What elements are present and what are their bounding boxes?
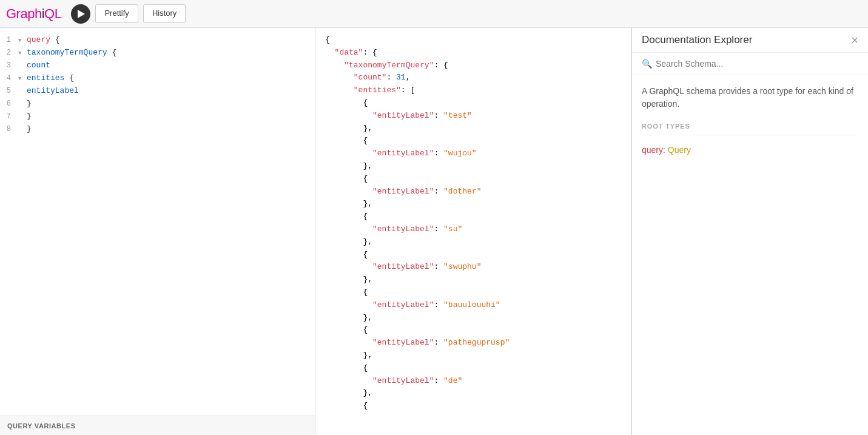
- editor-line: 5 entityLabel: [0, 85, 315, 98]
- app-logo: GraphiQL: [6, 6, 61, 22]
- line-number: 7: [0, 111, 18, 123]
- doc-search-input[interactable]: [656, 59, 858, 69]
- collapse-arrow[interactable]: ▼: [18, 36, 27, 45]
- editor-area[interactable]: 1▼query {2▼ taxonomyTermQuery {3 count4▼…: [0, 28, 315, 416]
- line-content: entities {: [27, 72, 308, 85]
- line-number: 5: [0, 86, 18, 97]
- query-variables-bar[interactable]: QUERY VARIABLES: [0, 416, 315, 435]
- token: {: [107, 48, 117, 57]
- doc-title: Documentation Explorer: [642, 34, 752, 46]
- logo-i: i: [42, 6, 44, 21]
- line-number: 6: [0, 98, 18, 110]
- editor-line: 6 }: [0, 98, 315, 110]
- code-editor[interactable]: 1▼query {2▼ taxonomyTermQuery {3 count4▼…: [0, 28, 315, 416]
- token: entityLabel: [27, 86, 79, 95]
- line-content: }: [27, 110, 308, 123]
- doc-type-key: query:: [642, 145, 665, 155]
- token: taxonomyTermQuery: [27, 48, 107, 57]
- doc-divider: [642, 135, 858, 135]
- main-area: 1▼query {2▼ taxonomyTermQuery {3 count4▼…: [0, 28, 868, 435]
- line-content: entityLabel: [27, 85, 308, 98]
- token: entities: [27, 73, 64, 83]
- line-content: }: [27, 98, 308, 110]
- line-number: 3: [0, 60, 18, 72]
- doc-search-wrap: 🔍: [632, 53, 868, 75]
- editor-line: 4▼ entities {: [0, 72, 315, 85]
- line-content: }: [27, 123, 308, 136]
- doc-type-link[interactable]: Query: [668, 145, 691, 155]
- editor-line: 3 count: [0, 59, 315, 72]
- editor-line: 1▼query {: [0, 34, 315, 47]
- result-content: { "data": { "taxonomyTermQuery": { "coun…: [315, 28, 631, 419]
- editor-pane: 1▼query {2▼ taxonomyTermQuery {3 count4▼…: [0, 28, 315, 435]
- search-icon: 🔍: [642, 59, 652, 69]
- line-number: 1: [0, 35, 18, 46]
- line-number: 2: [0, 47, 18, 59]
- token: }: [27, 99, 32, 108]
- prettify-button[interactable]: Prettify: [95, 4, 138, 23]
- doc-root-types-label: ROOT TYPES: [642, 123, 858, 130]
- editor-line: 7 }: [0, 110, 315, 123]
- doc-description: A GraphQL schema provides a root type fo…: [642, 85, 858, 110]
- line-content: count: [27, 59, 308, 72]
- doc-explorer: Documentation Explorer × 🔍 A GraphQL sch…: [631, 28, 868, 435]
- line-number: 4: [0, 73, 18, 84]
- line-number: 8: [0, 124, 18, 135]
- token: {: [64, 73, 74, 83]
- token: count: [27, 61, 50, 70]
- line-content: taxonomyTermQuery {: [27, 47, 308, 59]
- collapse-arrow[interactable]: ▼: [18, 75, 27, 83]
- doc-header: Documentation Explorer ×: [632, 28, 868, 53]
- result-pane[interactable]: { "data": { "taxonomyTermQuery": { "coun…: [315, 28, 631, 435]
- token: }: [27, 112, 32, 121]
- toolbar: GraphiQL Prettify History: [0, 0, 868, 28]
- doc-type-row: query: Query: [642, 143, 858, 158]
- token: }: [27, 124, 32, 133]
- doc-close-button[interactable]: ×: [851, 34, 858, 46]
- token: query: [27, 35, 50, 44]
- history-button[interactable]: History: [143, 4, 186, 23]
- doc-body: A GraphQL schema provides a root type fo…: [632, 75, 868, 435]
- editor-line: 8}: [0, 123, 315, 136]
- collapse-arrow[interactable]: ▼: [18, 49, 27, 58]
- line-content: query {: [27, 34, 308, 47]
- editor-line: 2▼ taxonomyTermQuery {: [0, 47, 315, 59]
- token: {: [50, 35, 60, 44]
- run-button[interactable]: [71, 4, 90, 24]
